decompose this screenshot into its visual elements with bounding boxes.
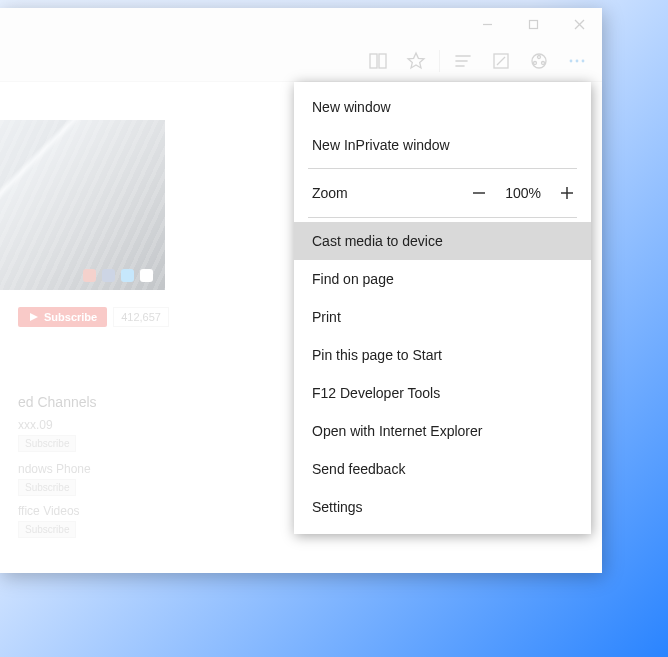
svg-marker-19 — [30, 313, 38, 321]
hub-icon[interactable] — [444, 42, 482, 80]
mini-subscribe[interactable]: Subscribe — [18, 479, 76, 496]
svg-point-13 — [538, 55, 541, 58]
related-channels-title: ed Channels — [18, 394, 97, 410]
subscribe-button[interactable]: Subscribe — [18, 307, 107, 327]
svg-point-17 — [576, 59, 579, 62]
title-bar — [0, 8, 602, 40]
menu-zoom-row: Zoom 100% — [294, 173, 591, 213]
svg-rect-4 — [370, 54, 377, 68]
svg-point-18 — [582, 59, 585, 62]
twitter-icon[interactable] — [121, 269, 134, 282]
more-menu: New window New InPrivate window Zoom 100… — [294, 82, 591, 534]
svg-rect-5 — [379, 54, 386, 68]
menu-settings[interactable]: Settings — [294, 488, 591, 526]
mini-subscribe[interactable]: Subscribe — [18, 435, 76, 452]
svg-marker-6 — [408, 53, 424, 68]
close-button[interactable] — [556, 8, 602, 40]
social-icons — [83, 269, 153, 282]
toolbar — [0, 40, 602, 82]
subscriber-count: 412,657 — [113, 307, 169, 327]
subscribe-bar: Subscribe 412,657 — [18, 307, 169, 327]
menu-find-on-page[interactable]: Find on page — [294, 260, 591, 298]
more-icon[interactable] — [558, 42, 596, 80]
channel-banner — [0, 120, 165, 290]
mini-subscribe[interactable]: Subscribe — [18, 521, 76, 538]
zoom-out-button[interactable] — [469, 183, 489, 203]
channel-name: ffice Videos — [18, 504, 80, 518]
web-note-icon[interactable] — [482, 42, 520, 80]
zoom-in-button[interactable] — [557, 183, 577, 203]
menu-cast-media[interactable]: Cast media to device — [294, 222, 591, 260]
facebook-icon[interactable] — [102, 269, 115, 282]
menu-separator — [308, 168, 577, 169]
maximize-button[interactable] — [510, 8, 556, 40]
menu-pin-to-start[interactable]: Pin this page to Start — [294, 336, 591, 374]
menu-dev-tools[interactable]: F12 Developer Tools — [294, 374, 591, 412]
channel-name: ndows Phone — [18, 462, 91, 476]
reading-list-icon[interactable] — [359, 42, 397, 80]
subscribe-label: Subscribe — [44, 311, 97, 323]
zoom-value: 100% — [505, 185, 541, 201]
zoom-label: Zoom — [312, 185, 348, 201]
minimize-button[interactable] — [464, 8, 510, 40]
channel-item[interactable]: xxx.09 Subscribe — [18, 418, 76, 452]
svg-point-14 — [534, 61, 537, 64]
svg-line-11 — [497, 57, 505, 65]
gplus-icon[interactable] — [83, 269, 96, 282]
channel-item[interactable]: ndows Phone Subscribe — [18, 462, 91, 496]
menu-new-window[interactable]: New window — [294, 88, 591, 126]
favorite-icon[interactable] — [397, 42, 435, 80]
svg-point-15 — [542, 61, 545, 64]
channel-name: xxx.09 — [18, 418, 76, 432]
site-icon[interactable] — [140, 269, 153, 282]
menu-print[interactable]: Print — [294, 298, 591, 336]
menu-new-inprivate[interactable]: New InPrivate window — [294, 126, 591, 164]
svg-point-16 — [570, 59, 573, 62]
menu-send-feedback[interactable]: Send feedback — [294, 450, 591, 488]
toolbar-separator — [439, 50, 440, 72]
svg-rect-1 — [529, 20, 537, 28]
menu-open-with-ie[interactable]: Open with Internet Explorer — [294, 412, 591, 450]
menu-separator — [308, 217, 577, 218]
share-icon[interactable] — [520, 42, 558, 80]
channel-item[interactable]: ffice Videos Subscribe — [18, 504, 80, 538]
